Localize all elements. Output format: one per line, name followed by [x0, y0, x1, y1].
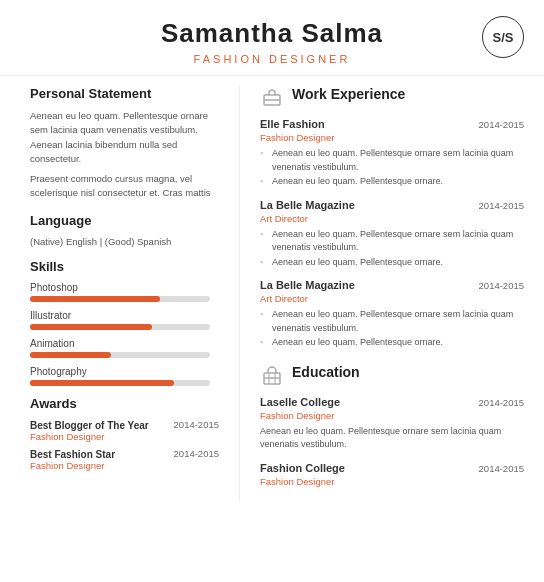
edu-text-0: Aenean eu leo quam. Pellentesque ornare … [260, 425, 524, 452]
personal-statement-p1: Aenean eu leo quam. Pellentesque ornare … [30, 109, 219, 166]
work-date-2: 2014-2015 [479, 280, 524, 291]
skill-name-illustrator: Illustrator [30, 310, 219, 321]
bullet-2-0: Aenean eu leo quam. Pellentesque ornare … [260, 308, 524, 335]
work-bullets-2: Aenean eu leo quam. Pellentesque ornare … [260, 308, 524, 350]
work-date-0: 2014-2015 [479, 119, 524, 130]
bullet-0-1: Aenean eu leo quam. Pellentesque ornare. [260, 175, 524, 189]
award-role-1: Fashion Designer [30, 460, 219, 471]
skill-bar-bg-photography [30, 380, 210, 386]
work-bullets-0: Aenean eu leo quam. Pellentesque ornare … [260, 147, 524, 189]
skill-animation: Animation [30, 338, 219, 358]
award-date-1: 2014-2015 [174, 448, 219, 459]
language-text: (Native) English | (Good) Spanish [30, 236, 219, 247]
skill-illustrator: Illustrator [30, 310, 219, 330]
left-column: Personal Statement Aenean eu leo quam. P… [0, 86, 240, 501]
avatar: S/S [482, 16, 524, 58]
skill-name-animation: Animation [30, 338, 219, 349]
skill-bar-fill-photography [30, 380, 174, 386]
header: Samantha Salma FASHION DESIGNER S/S [0, 0, 544, 76]
award-row-1: Best Fashion Star 2014-2015 [30, 448, 219, 460]
personal-statement-title: Personal Statement [30, 86, 219, 101]
work-item-1: La Belle Magazine 2014-2015 Art Director… [260, 199, 524, 270]
header-title: FASHION DESIGNER [20, 53, 524, 65]
work-item-2: La Belle Magazine 2014-2015 Art Director… [260, 279, 524, 350]
briefcase-icon [260, 86, 284, 110]
work-company-0: Elle Fashion [260, 118, 325, 130]
award-row-0: Best Blogger of The Year 2014-2015 [30, 419, 219, 431]
skills-title: Skills [30, 259, 219, 274]
skill-bar-fill-animation [30, 352, 111, 358]
edu-item-1: Fashion College 2014-2015 Fashion Design… [260, 462, 524, 487]
edu-college-1: Fashion College [260, 462, 345, 474]
award-role-0: Fashion Designer [30, 431, 219, 442]
award-name-0: Best Blogger of The Year [30, 420, 149, 431]
edu-college-0: Laselle College [260, 396, 340, 408]
skill-photoshop: Photoshop [30, 282, 219, 302]
main-content: Personal Statement Aenean eu leo quam. P… [0, 76, 544, 511]
award-date-0: 2014-2015 [174, 419, 219, 430]
language-title: Language [30, 213, 219, 228]
edu-date-0: 2014-2015 [479, 397, 524, 408]
award-item-1: Best Fashion Star 2014-2015 Fashion Desi… [30, 448, 219, 471]
work-header-1: La Belle Magazine 2014-2015 [260, 199, 524, 211]
award-name-1: Best Fashion Star [30, 449, 115, 460]
education-section: Education Laselle College 2014-2015 Fash… [260, 364, 524, 487]
skill-bar-bg-illustrator [30, 324, 210, 330]
skill-name-photography: Photography [30, 366, 219, 377]
skill-name-photoshop: Photoshop [30, 282, 219, 293]
work-company-2: La Belle Magazine [260, 279, 355, 291]
education-title: Education [292, 364, 360, 380]
work-company-1: La Belle Magazine [260, 199, 355, 211]
skill-bar-bg-animation [30, 352, 210, 358]
edu-date-1: 2014-2015 [479, 463, 524, 474]
work-role-1: Art Director [260, 213, 524, 224]
edu-role-0: Fashion Designer [260, 410, 524, 421]
skill-bar-fill-photoshop [30, 296, 160, 302]
skill-photography: Photography [30, 366, 219, 386]
edu-role-1: Fashion Designer [260, 476, 524, 487]
bullet-1-0: Aenean eu leo quam. Pellentesque ornare … [260, 228, 524, 255]
personal-statement-p2: Praesent commodo cursus magna, vel scele… [30, 172, 219, 201]
education-icon [260, 364, 284, 388]
work-item-0: Elle Fashion 2014-2015 Fashion Designer … [260, 118, 524, 189]
work-bullets-1: Aenean eu leo quam. Pellentesque ornare … [260, 228, 524, 270]
work-header-0: Elle Fashion 2014-2015 [260, 118, 524, 130]
header-name: Samantha Salma [20, 18, 524, 49]
awards-title: Awards [30, 396, 219, 411]
work-header-2: La Belle Magazine 2014-2015 [260, 279, 524, 291]
bullet-0-0: Aenean eu leo quam. Pellentesque ornare … [260, 147, 524, 174]
right-column: Work Experience Elle Fashion 2014-2015 F… [240, 86, 544, 501]
work-role-2: Art Director [260, 293, 524, 304]
work-date-1: 2014-2015 [479, 200, 524, 211]
edu-header-1: Fashion College 2014-2015 [260, 462, 524, 474]
bullet-2-1: Aenean eu leo quam. Pellentesque ornare. [260, 336, 524, 350]
bullet-1-1: Aenean eu leo quam. Pellentesque ornare. [260, 256, 524, 270]
work-experience-title: Work Experience [292, 86, 405, 102]
work-role-0: Fashion Designer [260, 132, 524, 143]
work-experience-header: Work Experience [260, 86, 524, 110]
skill-bar-bg-photoshop [30, 296, 210, 302]
education-header: Education [260, 364, 524, 388]
work-experience-section: Work Experience Elle Fashion 2014-2015 F… [260, 86, 524, 350]
edu-item-0: Laselle College 2014-2015 Fashion Design… [260, 396, 524, 452]
edu-header-0: Laselle College 2014-2015 [260, 396, 524, 408]
skill-bar-fill-illustrator [30, 324, 152, 330]
award-item-0: Best Blogger of The Year 2014-2015 Fashi… [30, 419, 219, 442]
